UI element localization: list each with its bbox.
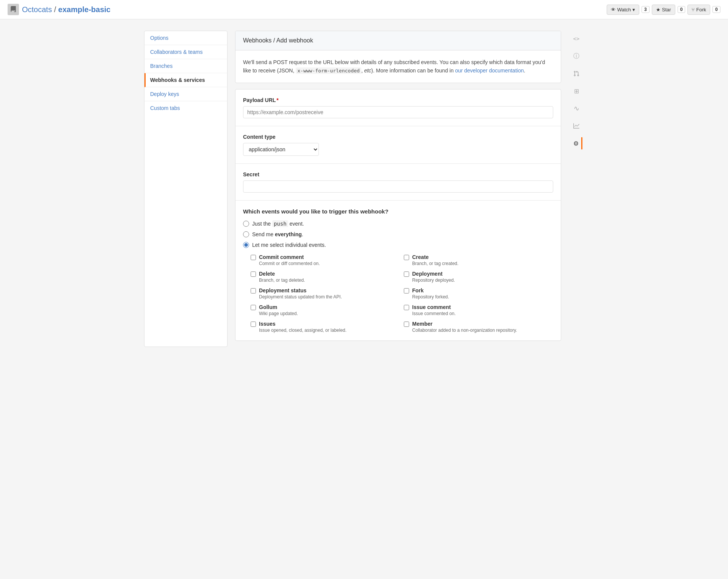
- checkbox-issue-comment[interactable]: [404, 305, 409, 310]
- event-issues-content: Issues Issue opened, closed, assigned, o…: [259, 321, 347, 333]
- repo-name[interactable]: example-basic: [58, 5, 111, 14]
- header-actions: 👁 Watch ▾ 3 ★ Star 0 ⑂ Fork 0: [607, 5, 720, 15]
- event-commit-comment-desc: Commit or diff commented on.: [259, 261, 320, 266]
- code-icon[interactable]: <>: [570, 33, 582, 45]
- event-member-desc: Collaborator added to a non-organization…: [412, 328, 517, 333]
- event-delete-label[interactable]: Delete: [259, 271, 275, 277]
- header-left: Octocats / example-basic: [8, 4, 110, 15]
- fork-button[interactable]: ⑂ Fork: [687, 5, 710, 15]
- checkbox-commit-comment[interactable]: [251, 255, 256, 260]
- radio-push-only-label[interactable]: Just the push event.: [252, 221, 304, 227]
- event-deployment-content: Deployment Repository deployed.: [412, 271, 455, 283]
- event-member-content: Member Collaborator added to a non-organ…: [412, 321, 517, 333]
- event-delete: Delete Branch, or tag deleted.: [251, 271, 392, 283]
- info-icon[interactable]: ⓘ: [570, 50, 582, 62]
- docs-link[interactable]: our developer documentation: [455, 67, 524, 74]
- repo-icon: [8, 4, 19, 15]
- main-content: Webhooks / Add webhook We'll send a POST…: [235, 31, 561, 347]
- repo-owner-link[interactable]: Octocats: [22, 5, 52, 14]
- watch-count: 3: [642, 6, 650, 13]
- event-gollum-desc: Wiki page updated.: [259, 311, 298, 316]
- settings-icon[interactable]: ⚙: [570, 137, 582, 149]
- watch-button[interactable]: 👁 Watch ▾: [607, 5, 639, 15]
- payload-url-section: Payload URL*: [235, 89, 561, 126]
- event-gollum-content: Gollum Wiki page updated.: [259, 304, 298, 316]
- graph-icon[interactable]: [570, 120, 582, 132]
- sidebar-item-deploy-keys[interactable]: Deploy keys: [144, 87, 227, 101]
- page-breadcrumb: Webhooks / Add webhook: [243, 37, 553, 44]
- repo-separator: /: [54, 5, 56, 14]
- checkbox-deployment-status[interactable]: [251, 288, 256, 293]
- event-issues-desc: Issue opened, closed, assigned, or label…: [259, 328, 347, 333]
- radio-push-only-input[interactable]: [243, 221, 249, 227]
- card-header: Webhooks / Add webhook: [235, 31, 561, 50]
- secret-input[interactable]: [243, 180, 553, 193]
- events-section: Which events would you like to trigger t…: [235, 201, 561, 340]
- checkbox-issues[interactable]: [251, 322, 256, 327]
- event-gollum: Gollum Wiki page updated.: [251, 304, 392, 316]
- radio-everything-label[interactable]: Send me everything.: [252, 231, 303, 237]
- repo-title: Octocats / example-basic: [22, 5, 110, 14]
- checkbox-create[interactable]: [404, 255, 409, 260]
- sidebar-item-collaborators[interactable]: Collaborators & teams: [144, 45, 227, 59]
- page-header: Octocats / example-basic 👁 Watch ▾ 3 ★ S…: [0, 0, 728, 19]
- secret-section: Secret: [235, 164, 561, 201]
- event-deployment-desc: Repository deployed.: [412, 278, 455, 283]
- event-commit-comment: Commit comment Commit or diff commented …: [251, 254, 392, 266]
- events-grid: Commit comment Commit or diff commented …: [243, 254, 553, 333]
- radio-individual-input[interactable]: [243, 242, 249, 248]
- sidebar-item-options[interactable]: Options: [144, 31, 227, 45]
- event-gollum-label[interactable]: Gollum: [259, 304, 277, 310]
- checkbox-gollum[interactable]: [251, 305, 256, 310]
- event-deployment-label[interactable]: Deployment: [412, 271, 442, 277]
- inline-code: x-www-form-urlencoded: [296, 67, 361, 74]
- right-sidebar: <> ⓘ ⊞ ∿ ⚙: [569, 31, 584, 347]
- star-label: Star: [662, 7, 671, 13]
- checkbox-delete[interactable]: [251, 271, 256, 277]
- pulse-icon[interactable]: ∿: [570, 102, 582, 115]
- event-member-label[interactable]: Member: [412, 321, 433, 327]
- page-layout: Options Collaborators & teams Branches W…: [136, 31, 592, 347]
- watch-dropdown-icon: ▾: [632, 7, 635, 13]
- event-fork-label[interactable]: Fork: [412, 287, 424, 293]
- event-fork-desc: Repository forked.: [412, 294, 449, 300]
- secret-label: Secret: [243, 171, 553, 177]
- checkbox-fork[interactable]: [404, 288, 409, 293]
- fork-icon: ⑂: [692, 7, 695, 13]
- checkbox-deployment[interactable]: [404, 271, 409, 277]
- event-issue-comment-desc: Issue commented on.: [412, 311, 456, 316]
- event-create-label[interactable]: Create: [412, 254, 429, 260]
- event-issues-label[interactable]: Issues: [259, 321, 276, 327]
- event-deployment-status: Deployment status Deployment status upda…: [251, 287, 392, 300]
- intro-paragraph: We'll send a POST request to the URL bel…: [243, 58, 553, 75]
- watch-label: Watch: [617, 7, 631, 13]
- event-issues: Issues Issue opened, closed, assigned, o…: [251, 321, 392, 333]
- event-member: Member Collaborator added to a non-organ…: [404, 321, 546, 333]
- event-create-content: Create Branch, or tag created.: [412, 254, 458, 266]
- payload-url-label: Payload URL*: [243, 97, 553, 103]
- event-issue-comment-content: Issue comment Issue commented on.: [412, 304, 456, 316]
- event-deployment-status-label[interactable]: Deployment status: [259, 287, 306, 293]
- events-question: Which events would you like to trigger t…: [243, 208, 553, 215]
- content-type-label: Content type: [243, 134, 553, 140]
- sidebar-item-custom-tabs[interactable]: Custom tabs: [144, 101, 227, 115]
- sidebar-item-branches[interactable]: Branches: [144, 59, 227, 73]
- sidebar-item-webhooks[interactable]: Webhooks & services: [144, 73, 227, 87]
- event-deployment-status-desc: Deployment status updated from the API.: [259, 294, 342, 300]
- event-fork-content: Fork Repository forked.: [412, 287, 449, 300]
- radio-individual-label[interactable]: Let me select individual events.: [252, 242, 326, 248]
- event-create: Create Branch, or tag created.: [404, 254, 546, 266]
- event-delete-desc: Branch, or tag deleted.: [259, 278, 305, 283]
- event-commit-comment-label[interactable]: Commit comment: [259, 254, 304, 260]
- content-type-select[interactable]: application/json application/x-www-form-…: [243, 143, 319, 156]
- payload-url-input[interactable]: [243, 106, 553, 118]
- radio-everything-input[interactable]: [243, 231, 249, 237]
- event-fork: Fork Repository forked.: [404, 287, 546, 300]
- star-button[interactable]: ★ Star: [652, 5, 675, 15]
- pull-request-icon[interactable]: [570, 67, 582, 80]
- checkbox-member[interactable]: [404, 322, 409, 327]
- table-icon[interactable]: ⊞: [570, 85, 582, 97]
- star-icon: ★: [656, 7, 661, 13]
- content-type-section: Content type application/json applicatio…: [235, 126, 561, 164]
- event-issue-comment-label[interactable]: Issue comment: [412, 304, 451, 310]
